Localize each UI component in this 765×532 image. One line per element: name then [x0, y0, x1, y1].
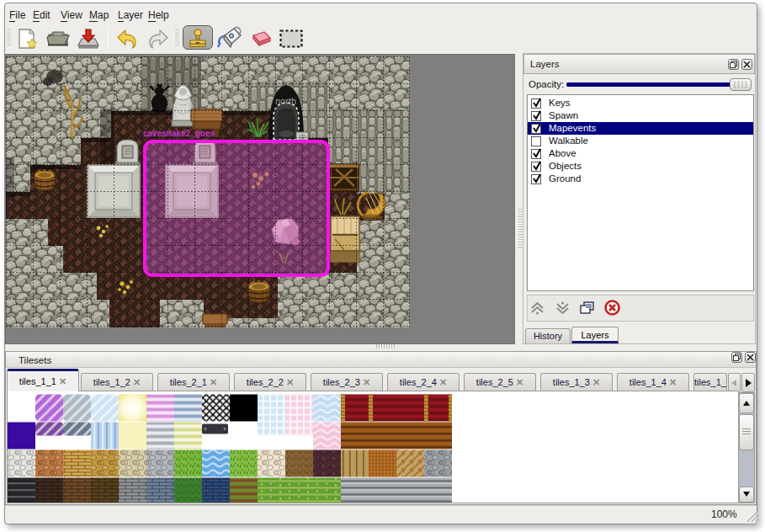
svg-text:north: north	[275, 96, 296, 106]
svg-text:cavesnake2_goes: cavesnake2_goes	[143, 129, 215, 138]
